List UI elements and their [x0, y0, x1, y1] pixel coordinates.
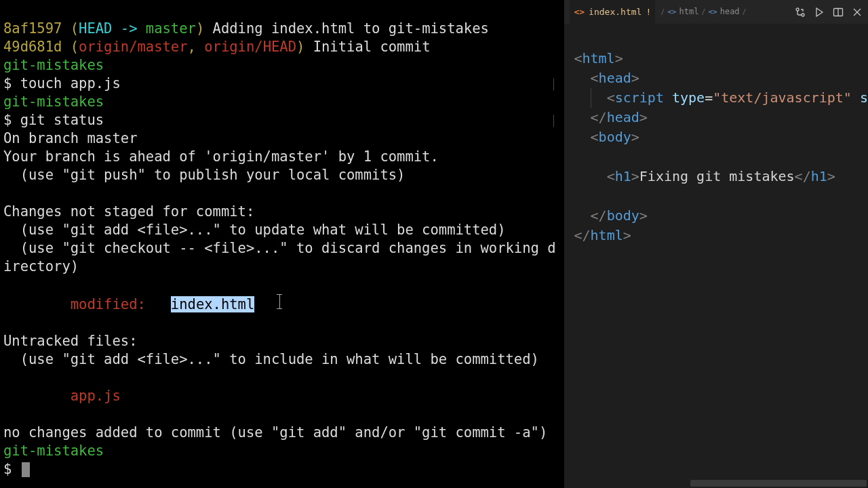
text-cursor-icon	[279, 294, 280, 309]
chevron-right-icon: /	[660, 3, 665, 21]
status-summary: no changes added to commit (use "git add…	[3, 424, 547, 441]
tag: html	[591, 227, 623, 243]
pane-split-marker: ⎹	[543, 75, 554, 93]
h1-text: Fixing git mistakes	[639, 168, 795, 184]
refs-close: )	[196, 20, 204, 37]
origin-head-ref: origin/HEAD	[204, 39, 296, 55]
cwd-label: git-mistakes	[3, 443, 104, 459]
prompt-symbol: $	[3, 112, 20, 128]
cwd-label: git-mistakes	[3, 94, 104, 110]
element-icon: <>	[667, 3, 676, 21]
pane-split-marker: ⎹	[543, 111, 554, 129]
editor-tabbar: <> index.html ! / <> html / <> head /	[564, 0, 868, 24]
code-trail: s	[852, 89, 868, 106]
command-input: touch app.js	[20, 75, 121, 92]
modified-file-selected[interactable]: index.html	[171, 296, 254, 312]
html-file-icon: <>	[574, 3, 585, 21]
tab-dirty-indicator: !	[646, 3, 651, 21]
untracked-file: app.js	[3, 388, 121, 404]
cwd-label: git-mistakes	[3, 57, 104, 73]
element-icon: <>	[708, 3, 717, 21]
commit-msg: Adding index.html to git-mistakes	[204, 20, 489, 37]
tag: head	[607, 109, 639, 125]
status-line: Changes not staged for commit:	[3, 203, 254, 220]
compare-changes-icon[interactable]	[795, 7, 806, 18]
branch-ref: master	[146, 20, 196, 37]
horizontal-scrollbar[interactable]	[690, 480, 867, 487]
close-icon[interactable]	[852, 7, 863, 18]
code-area[interactable]: <html> <head> <script type="text/javascr…	[564, 24, 868, 488]
tag: head	[599, 70, 631, 86]
status-line: On branch master	[3, 130, 137, 146]
svg-point-0	[796, 8, 799, 11]
origin-master-ref: origin/master	[79, 39, 187, 55]
svg-point-1	[802, 14, 804, 16]
terminal-pane[interactable]: 8af1597 (HEAD -> master) Adding index.ht…	[0, 0, 564, 488]
editor-actions	[795, 7, 863, 18]
prompt-symbol: $	[3, 461, 20, 477]
refs-sep: ,	[188, 39, 205, 55]
status-line: Your branch is ahead of 'origin/master' …	[3, 148, 439, 165]
split-editor-icon[interactable]	[833, 7, 844, 18]
untracked-header: Untracked files:	[3, 333, 137, 349]
tag: html	[583, 50, 615, 66]
tag: h1	[811, 168, 827, 184]
refs-open: (	[62, 20, 79, 37]
tag: body	[599, 129, 631, 145]
chevron-right-icon: /	[701, 3, 705, 21]
tag: script	[615, 89, 664, 106]
command-input: git status	[20, 112, 104, 128]
tag: body	[607, 207, 639, 224]
breadcrumb-item[interactable]: head	[720, 3, 740, 21]
status-line: (use "git push" to publish your local co…	[3, 167, 405, 183]
prompt-symbol: $	[3, 75, 20, 92]
commit-hash: 49d681d	[3, 39, 62, 55]
breadcrumb-item[interactable]: html	[679, 3, 699, 21]
attr: type	[672, 89, 705, 106]
head-ref: HEAD ->	[79, 20, 146, 37]
commit-hash: 8af1597	[3, 20, 62, 37]
status-line: (use "git add <file>..." to update what …	[3, 222, 506, 238]
status-line: (use "git checkout -- <file>..." to disc…	[3, 240, 556, 274]
editor-pane: <> index.html ! / <> html / <> head /	[564, 0, 868, 488]
modified-label: modified:	[3, 296, 171, 312]
refs-open: (	[62, 39, 79, 55]
attr-value: "text/javascript"	[713, 89, 852, 106]
tab-index-html[interactable]: <> index.html !	[570, 0, 655, 24]
chevron-right-icon: /	[743, 3, 747, 21]
commit-msg: Initial commit	[304, 39, 430, 55]
terminal-cursor[interactable]	[22, 462, 30, 477]
refs-close: )	[296, 39, 304, 55]
tag: h1	[615, 168, 631, 184]
run-icon[interactable]	[814, 7, 825, 18]
untracked-hint: (use "git add <file>..." to include in w…	[3, 351, 539, 367]
tab-filename: index.html	[589, 3, 642, 21]
breadcrumb[interactable]: / <> html / <> head /	[660, 3, 746, 21]
